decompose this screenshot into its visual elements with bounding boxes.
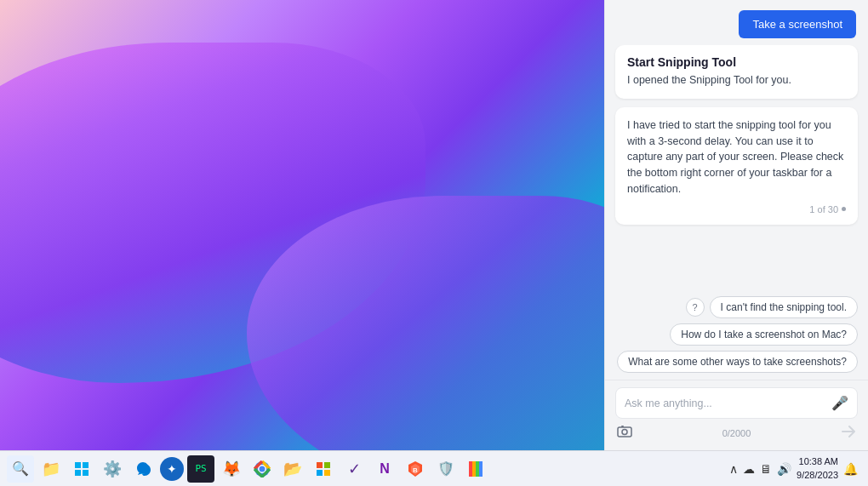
message-card-2: I have tried to start the snipping tool … (615, 107, 858, 225)
screenshot-button-area: Take a screenshot (605, 0, 868, 45)
svg-rect-20 (621, 426, 624, 427)
message-body-2: I have tried to start the snipping tool … (627, 117, 846, 197)
svg-rect-0 (75, 462, 81, 468)
cloud-icon: ☁ (743, 462, 755, 476)
svg-point-6 (260, 466, 266, 472)
taskbar-icon-todo[interactable]: ✓ (340, 455, 368, 483)
suggestion-button-2[interactable]: How do I take a screenshot on Mac? (670, 323, 858, 346)
suggestion-help-icon: ? (686, 298, 705, 317)
suggestion-button-1[interactable]: I can't find the snipping tool. (710, 296, 858, 318)
svg-rect-9 (317, 470, 323, 476)
chevron-up-icon[interactable]: ∧ (729, 462, 738, 476)
monitor-icon: 🖥 (760, 462, 772, 476)
svg-rect-2 (75, 470, 81, 476)
taskbar-icon-store[interactable] (310, 455, 337, 483)
chat-panel: Take a screenshot Start Snipping Tool I … (604, 0, 868, 451)
microphone-icon[interactable]: 🎤 (831, 395, 848, 411)
message-title-1: Start Snipping Tool (627, 55, 846, 69)
taskbar-clock[interactable]: 10:38 AM 9/28/2023 (797, 455, 838, 482)
svg-rect-17 (479, 461, 483, 477)
svg-rect-18 (618, 427, 631, 437)
taskbar-icon-rainbow[interactable] (463, 455, 490, 483)
taskbar-icon-search[interactable]: 🔍 (7, 455, 34, 483)
taskbar-icon-onenote[interactable]: N (371, 455, 398, 483)
suggestions-area: ? I can't find the snipping tool. How do… (605, 289, 868, 380)
taskbar-icon-firefox[interactable]: 🦊 (218, 455, 245, 483)
volume-icon[interactable]: 🔊 (777, 462, 791, 476)
image-capture-icon[interactable] (617, 424, 632, 443)
input-bottom-bar: 0/2000 (615, 424, 858, 443)
desktop-background (0, 0, 604, 451)
suggestion-button-3[interactable]: What are some other ways to take screens… (617, 351, 858, 373)
svg-rect-8 (324, 462, 330, 468)
message-body-1: I opened the Snipping Tool for you. (627, 72, 846, 89)
pagination-dot (842, 207, 846, 211)
taskbar-icon-copilot[interactable]: ✦ (160, 457, 184, 481)
taskbar-icon-file-explorer[interactable]: 📁 (37, 455, 65, 483)
suggestion-row-1: ? I can't find the snipping tool. (686, 296, 858, 318)
svg-rect-15 (472, 461, 476, 477)
taskbar-icon-folder2[interactable]: 📂 (279, 455, 306, 483)
svg-point-19 (622, 430, 627, 435)
taskbar: 🔍 📁 ⚙️ ✦ PS 🦊 (0, 450, 868, 486)
take-screenshot-button[interactable]: Take a screenshot (739, 10, 856, 38)
taskbar-icon-edge[interactable] (129, 455, 157, 483)
input-placeholder: Ask me anything... (625, 397, 825, 409)
svg-rect-3 (83, 470, 89, 476)
char-counter: 0/2000 (722, 428, 751, 438)
taskbar-icon-windows[interactable] (68, 455, 95, 483)
taskbar-icon-brave[interactable]: B (402, 455, 429, 483)
message-card-1: Start Snipping Tool I opened the Snippin… (615, 45, 858, 99)
svg-rect-14 (469, 461, 472, 477)
svg-text:B: B (413, 466, 418, 474)
suggestion-row-3: What are some other ways to take screens… (617, 351, 858, 373)
taskbar-icons: 🔍 📁 ⚙️ ✦ PS 🦊 (0, 455, 719, 483)
svg-rect-1 (83, 462, 89, 468)
chat-messages: Start Snipping Tool I opened the Snippin… (605, 45, 868, 289)
svg-rect-16 (476, 461, 479, 477)
taskbar-icon-terminal[interactable]: PS (187, 455, 214, 483)
input-box: Ask me anything... 🎤 (615, 387, 858, 419)
taskbar-icon-chrome[interactable] (248, 455, 276, 483)
message-footer-2: 1 of 30 (627, 204, 846, 214)
send-button[interactable] (841, 424, 856, 443)
svg-rect-7 (317, 462, 323, 468)
svg-rect-10 (324, 470, 330, 476)
taskbar-system: ∧ ☁ 🖥 🔊 10:38 AM 9/28/2023 🔔 (719, 455, 868, 482)
taskbar-icon-settings[interactable]: ⚙️ (99, 455, 126, 483)
notification-icon[interactable]: 🔔 (843, 462, 858, 476)
chat-input-area: Ask me anything... 🎤 0/2000 (605, 380, 868, 451)
suggestion-row-2: How do I take a screenshot on Mac? (670, 323, 858, 346)
taskbar-icon-vpn[interactable]: 🛡️ (432, 455, 460, 483)
